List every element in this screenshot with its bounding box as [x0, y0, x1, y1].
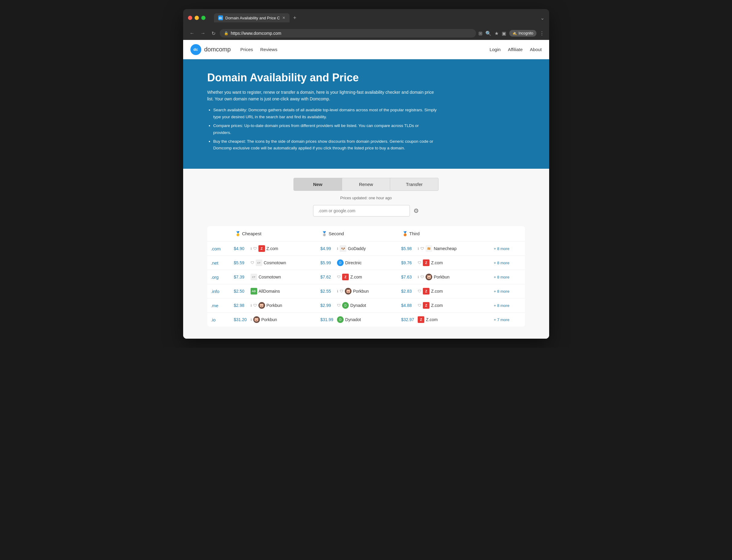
- second-price[interactable]: $31.99: [321, 317, 336, 322]
- settings-icon[interactable]: ⚙: [413, 207, 419, 214]
- second-provider-name[interactable]: Porkbun: [353, 289, 369, 294]
- tab-new[interactable]: New: [294, 178, 342, 190]
- reload-button[interactable]: ↻: [210, 29, 217, 37]
- cheapest-price[interactable]: $31.20: [234, 317, 249, 322]
- shield-icon: 🛡: [253, 246, 257, 251]
- cheapest-provider-name[interactable]: Cosmotown: [264, 260, 286, 265]
- cheapest-price[interactable]: $4.90: [234, 246, 249, 251]
- second-price[interactable]: $7.62: [321, 275, 336, 279]
- info-icon[interactable]: ℹ: [418, 247, 419, 251]
- tab-close-button[interactable]: ✕: [282, 16, 285, 20]
- third-provider-name[interactable]: Z.com: [426, 317, 437, 322]
- address-bar[interactable]: 🔒 https://www.domcomp.com: [220, 29, 476, 37]
- cheapest-price[interactable]: $2.50: [234, 289, 249, 294]
- active-tab[interactable]: dc Domain Availability and Price C ✕: [214, 13, 290, 22]
- hero-description: Whether you want to register, renew or t…: [207, 89, 437, 103]
- tab-transfer[interactable]: Transfer: [390, 178, 438, 190]
- third-price[interactable]: $2.83: [401, 289, 416, 294]
- logo-icon: dc: [190, 44, 201, 55]
- close-button[interactable]: [188, 16, 192, 20]
- back-button[interactable]: ←: [188, 29, 197, 37]
- second-price[interactable]: $2.99: [321, 303, 336, 308]
- third-provider-name[interactable]: Z.com: [431, 260, 443, 265]
- third-provider-name[interactable]: Z.com: [431, 303, 443, 308]
- nav-affiliate[interactable]: Affiliate: [508, 47, 522, 52]
- bookmark-icon[interactable]: ★: [494, 31, 499, 36]
- new-tab-button[interactable]: +: [292, 14, 298, 22]
- second-cell: $2.99 🛡 D Dynadot: [318, 298, 398, 313]
- shield-icon: 🛡: [420, 275, 424, 279]
- second-provider-name[interactable]: Dynadot: [345, 317, 361, 322]
- hero-bullets: Search availability: Domcomp gathers det…: [207, 107, 437, 152]
- tld-cell[interactable]: .info: [207, 284, 232, 298]
- cheapest-price[interactable]: $2.98: [234, 303, 249, 308]
- nav-reviews[interactable]: Reviews: [260, 47, 278, 52]
- shield-icon: 🛡: [251, 261, 254, 265]
- tab-bar: dc Domain Availability and Price C ✕ +: [214, 13, 537, 22]
- browser-window: dc Domain Availability and Price C ✕ + ⌄…: [183, 9, 549, 339]
- second-provider-name[interactable]: Dynadot: [350, 303, 366, 308]
- more-link[interactable]: + 8 more: [490, 256, 525, 270]
- menu-icon[interactable]: ⋮: [539, 31, 544, 36]
- search-icon[interactable]: 🔍: [485, 31, 491, 36]
- third-provider-name[interactable]: Namecheap: [434, 246, 457, 251]
- third-provider-name[interactable]: Z.com: [431, 289, 443, 294]
- second-price[interactable]: $4.99: [321, 246, 336, 251]
- toolbar-actions: ⊞ 🔍 ★ ▣ 🕵 Incognito ⋮: [478, 30, 544, 37]
- shield-icon: 🛡: [418, 261, 421, 265]
- minimize-button[interactable]: [195, 16, 199, 20]
- more-link[interactable]: + 8 more: [490, 298, 525, 313]
- third-price[interactable]: $9.76: [401, 260, 416, 265]
- tld-cell[interactable]: .me: [207, 298, 232, 313]
- nav-about[interactable]: About: [530, 47, 542, 52]
- browser-toolbar: ← → ↻ 🔒 https://www.domcomp.com ⊞ 🔍 ★ ▣ …: [183, 27, 549, 40]
- maximize-button[interactable]: [201, 16, 206, 20]
- shield-icon: 🛡: [418, 303, 421, 308]
- tld-cell[interactable]: .io: [207, 313, 232, 327]
- forward-button[interactable]: →: [199, 29, 207, 37]
- cheapest-provider-name[interactable]: Porkbun: [267, 303, 282, 308]
- search-input[interactable]: [313, 205, 410, 217]
- second-cell: $2.55 ℹ 🛡 🐷 Porkbun: [318, 284, 398, 298]
- third-price[interactable]: $5.98: [401, 246, 416, 251]
- cheapest-provider-name[interactable]: Z.com: [267, 246, 278, 251]
- tab-renew[interactable]: Renew: [342, 178, 390, 190]
- cheapest-price[interactable]: $7.39: [234, 275, 249, 279]
- third-price[interactable]: $7.63: [401, 275, 416, 279]
- cheapest-cell: $7.39 CT Cosmotown: [232, 270, 318, 284]
- info-icon[interactable]: ℹ: [337, 289, 338, 293]
- sidebar-icon[interactable]: ▣: [502, 31, 506, 36]
- incognito-badge: 🕵 Incognito: [509, 30, 536, 37]
- grid-icon[interactable]: ⊞: [478, 31, 482, 36]
- second-price[interactable]: $2.55: [321, 289, 336, 294]
- third-price[interactable]: $32.97: [401, 317, 416, 322]
- second-provider-name[interactable]: Directnic: [345, 260, 362, 265]
- second-provider-name[interactable]: GoDaddy: [348, 246, 366, 251]
- nav-prices[interactable]: Prices: [240, 47, 253, 52]
- cheapest-provider-name[interactable]: AllDomains: [259, 289, 280, 294]
- site-logo[interactable]: dc domcomp: [190, 44, 231, 55]
- more-link[interactable]: + 8 more: [490, 284, 525, 298]
- tab-chevron-icon[interactable]: ⌄: [540, 15, 544, 21]
- tld-cell[interactable]: .com: [207, 242, 232, 256]
- more-link[interactable]: + 8 more: [490, 242, 525, 256]
- info-icon[interactable]: ℹ: [251, 247, 252, 251]
- third-provider-name[interactable]: Porkbun: [434, 275, 449, 279]
- info-icon[interactable]: ℹ: [337, 247, 338, 251]
- tld-cell[interactable]: .net: [207, 256, 232, 270]
- cheapest-provider-name[interactable]: Cosmotown: [259, 275, 281, 279]
- third-cell: $7.63 ℹ 🛡 🐷 Porkbun: [398, 270, 490, 284]
- cheapest-price[interactable]: $5.59: [234, 260, 249, 265]
- second-price[interactable]: $5.99: [321, 260, 336, 265]
- more-link[interactable]: + 7 more: [490, 313, 525, 327]
- info-icon[interactable]: ℹ: [251, 318, 252, 322]
- nav-login[interactable]: Login: [490, 47, 501, 52]
- more-link[interactable]: + 8 more: [490, 270, 525, 284]
- cheapest-provider-name[interactable]: Porkbun: [262, 317, 277, 322]
- info-icon[interactable]: ℹ: [251, 304, 252, 308]
- info-icon[interactable]: ℹ: [418, 275, 419, 279]
- tld-cell[interactable]: .org: [207, 270, 232, 284]
- second-provider-name[interactable]: Z.com: [350, 275, 362, 279]
- main-content: New Renew Transfer Prices updated: one h…: [183, 169, 549, 339]
- third-price[interactable]: $4.88: [401, 303, 416, 308]
